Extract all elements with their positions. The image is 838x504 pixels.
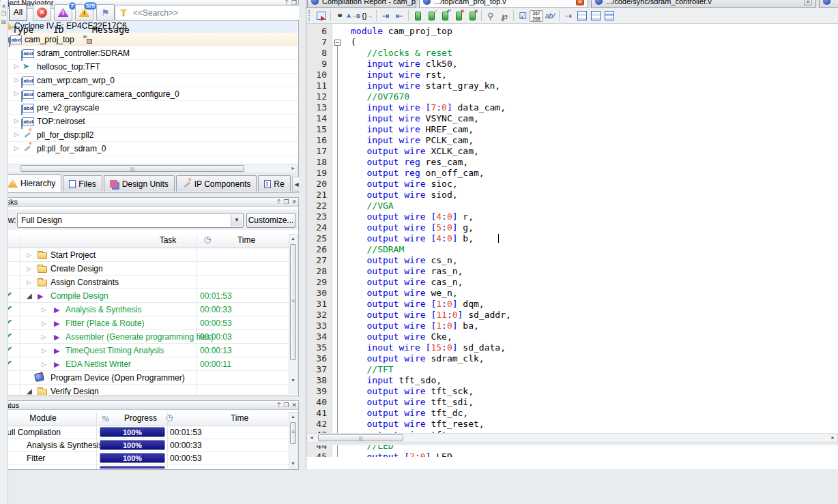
open-document-icon[interactable] [315, 10, 328, 22]
scroll-up-icon[interactable]: ▲ [289, 413, 297, 421]
navigator-tab-ip-components[interactable]: IP Components [176, 175, 257, 192]
scroll-down-icon[interactable]: ▼ [289, 460, 297, 468]
match-brace-icon[interactable]: {}→ [360, 10, 374, 22]
code-editor[interactable]: 6module cam_proj_top7–(8 //clocks & rese… [306, 24, 838, 457]
filter-warnings-button[interactable]: ! 325 [75, 4, 93, 21]
tcl-script-icon[interactable]: ℘ [497, 10, 511, 22]
task-row[interactable]: ▷Start Project [1, 248, 289, 262]
navigator-hscrollbar[interactable]: ◂ ||| ▸ [1, 164, 298, 173]
toolbar-grip[interactable] [308, 10, 312, 21]
tasks-vscrollbar[interactable]: ▲ ▼ [289, 234, 298, 394]
expand-arrow[interactable]: ▷ [14, 145, 19, 151]
bookmark-delete-icon[interactable]: ✕ [452, 10, 465, 22]
task-row[interactable]: ✔▷▶Assembler (Generate programming files… [1, 330, 289, 344]
indent-icon[interactable]: ⇥ [379, 10, 392, 22]
search-input[interactable]: <<Search>> [133, 8, 178, 18]
navigator-tab-hierarchy[interactable]: Hierarchy [1, 174, 61, 192]
expand-arrow[interactable]: ▷ [14, 131, 19, 138]
navigator-hscroll-thumb[interactable]: ||| [20, 165, 244, 172]
close-icon[interactable]: ✕ [291, 402, 297, 409]
editor-tab[interactable] [819, 0, 838, 8]
tasks-vscroll-thumb[interactable] [290, 244, 296, 360]
expand-arrow[interactable]: ▷ [42, 361, 46, 368]
expand-arrow[interactable]: ▷ [14, 76, 19, 83]
bookmark-toggle-icon[interactable] [411, 10, 424, 22]
expand-arrow[interactable]: ▷ [27, 279, 31, 286]
bookmark-previous-icon[interactable]: ↶ [438, 10, 452, 22]
navigator-tab-re[interactable]: Re [258, 175, 290, 192]
close-icon[interactable]: ✕ [1, 3, 6, 10]
editor-tab[interactable]: .../code/sync/sdram_controller.v✕ [591, 0, 816, 8]
customize-button[interactable]: Customize... [246, 213, 295, 228]
chevron-down-icon[interactable]: ▼ [231, 214, 242, 226]
hierarchy-tree-item[interactable]: ▷➤hellosoc_top:TFT [1, 60, 298, 74]
task-row[interactable]: ✔▷▶Fitter (Place & Route)00:00:53 [1, 316, 289, 330]
scroll-up-icon[interactable]: ▲ [289, 235, 297, 243]
wrap-both-icon[interactable] [603, 10, 616, 22]
bookmark-delete-all-icon[interactable]: ✕ [465, 10, 479, 22]
editor-hscrollbar[interactable]: ◂ ||| ▸ [306, 433, 838, 443]
task-row[interactable]: ✔▷▶EDA Netlist Writer00:00:11 [1, 357, 289, 371]
task-row[interactable]: ▷Create Design [1, 262, 289, 276]
task-row[interactable]: ▷Assign Constraints [1, 276, 289, 289]
expand-arrow[interactable]: ▷ [42, 320, 46, 327]
task-row[interactable]: ◢Verify Design [1, 385, 289, 395]
float-icon[interactable]: ❐ [283, 198, 289, 206]
wrap-view-icon[interactable] [575, 10, 589, 22]
tasks-table[interactable]: ▷Start Project▷Create Design▷Assign Cons… [1, 248, 289, 395]
hierarchy-tree-item[interactable]: ▷pll_for_disp:pll2 [1, 128, 298, 142]
filter-errors-button[interactable]: ✕ [33, 4, 51, 21]
float-icon[interactable]: ❐ [283, 402, 289, 409]
hierarchy-tree[interactable]: Cyclone IV E: EP4CE22F17C6◢abdcam_proj_t… [1, 19, 298, 155]
task-row[interactable]: ✔▷▶TimeQuest Timing Analysis00:00:13 [1, 344, 289, 357]
filter-flag-button[interactable]: ⚑ [96, 4, 115, 21]
syntax-check-icon[interactable]: ☑ [516, 10, 530, 22]
dock-icon[interactable]: ▤ [1, 18, 7, 25]
status-vscroll-thumb[interactable] [290, 422, 296, 444]
task-row[interactable]: ✔◢▶Compile Design00:01:53 [1, 289, 289, 303]
float-icon[interactable]: ❐ [1, 11, 6, 17]
expand-arrow[interactable]: ▷ [14, 90, 19, 97]
expand-arrow[interactable]: ◢ [27, 292, 32, 299]
task-row[interactable]: ✔▷▶Analysis & Synthesis00:00:33 [1, 303, 289, 316]
task-row[interactable]: Program Device (Open Programmer) [1, 371, 289, 385]
goto-icon[interactable]: ⇢ [562, 10, 575, 22]
filter-critical-warnings-button[interactable]: ! 7 [54, 4, 72, 21]
expand-arrow[interactable]: ▷ [27, 265, 31, 272]
scroll-right-icon[interactable]: ▸ [828, 434, 837, 442]
wrap-indent-icon[interactable] [589, 10, 603, 22]
scroll-down-icon[interactable]: ▼ [289, 376, 297, 385]
panel-splitter[interactable] [299, 0, 306, 469]
close-icon[interactable]: ✕ [576, 0, 584, 5]
hierarchy-tree-item[interactable]: Cyclone IV E: EP4CE22F17C6 [1, 19, 298, 33]
fold-box[interactable]: – [334, 40, 341, 46]
filter-all-button[interactable]: All [9, 4, 27, 21]
status-vscrollbar[interactable]: ▲ ▼ [289, 412, 298, 469]
hierarchy-tree-item[interactable]: ▷abdcamera_configure:camera_configure_0 [1, 87, 298, 101]
editor-tab[interactable]: .../top/cam_proj_top.v✕ [419, 0, 588, 8]
expand-arrow[interactable]: ▷ [42, 333, 46, 340]
hierarchy-tree-item[interactable]: abdpre_v2:grayscale [1, 101, 298, 115]
hierarchy-tree-item[interactable]: ◢abdcam_proj_top [1, 33, 298, 46]
bookmark-next-icon[interactable]: ↑ [424, 10, 438, 22]
scroll-right-icon[interactable]: ▸ [289, 164, 298, 173]
close-icon[interactable]: ✕ [804, 0, 812, 5]
pin-icon[interactable]: ⍑ [277, 198, 280, 206]
scroll-left-icon[interactable]: ◂ [307, 434, 316, 442]
attach-icon[interactable]: ⚲ [484, 10, 497, 22]
close-icon[interactable]: ✕ [291, 198, 297, 206]
pin-icon[interactable]: ⍑ [277, 402, 280, 409]
hierarchy-tree-item[interactable]: ▷abdTOP:neiroset [1, 115, 298, 128]
find-icon[interactable]: ⚭ [333, 10, 347, 22]
navigator-tab-design-units[interactable]: Design Units [104, 175, 175, 192]
hierarchy-tree-item[interactable]: abdsdram_controller:SDRAM [1, 46, 298, 60]
line-indicator[interactable]: 267268 [530, 10, 543, 22]
editor-tab[interactable]: Compilation Report - cam_proj✕ [307, 0, 416, 8]
expand-arrow[interactable]: ▷ [14, 117, 19, 124]
hierarchy-tree-item[interactable]: ▷abdcam_wrp:cam_wrp_0 [1, 74, 298, 87]
expand-arrow[interactable]: ◢ [27, 387, 32, 395]
expand-arrow[interactable]: ▷ [14, 63, 19, 70]
replace-icon[interactable]: A→B [347, 10, 360, 22]
expand-arrow[interactable]: ▷ [42, 306, 46, 313]
expand-arrow[interactable]: ▷ [27, 252, 31, 258]
